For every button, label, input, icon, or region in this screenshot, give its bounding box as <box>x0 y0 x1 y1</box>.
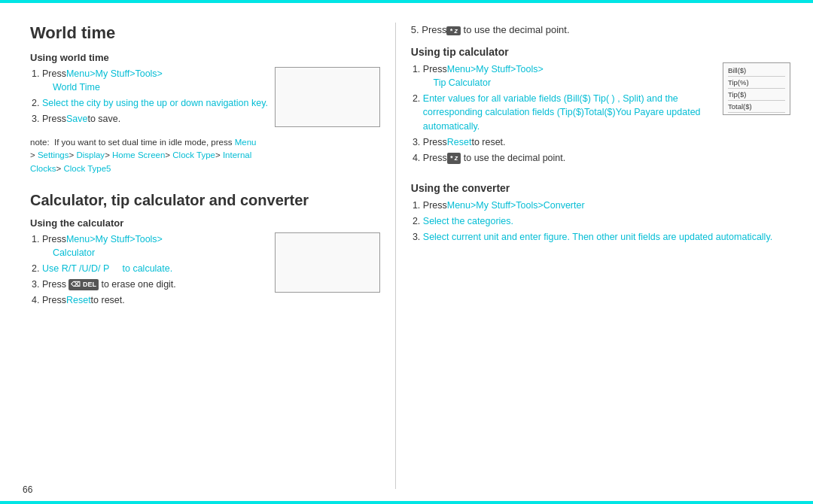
world-time-list: PressMenu>My Stuff>Tools> World Time Sel… <box>42 67 269 126</box>
right-column: 5. Press* z to use the decimal point. Us… <box>395 23 790 489</box>
note-clocktype5: Clock Type5 <box>63 164 111 173</box>
tip-decimal-text: to use the decimal point. <box>461 153 565 163</box>
tip-step1: PressMenu>My Stuff>Tools> Tip Calculator <box>423 62 723 90</box>
calculator-screenshot <box>275 232 380 293</box>
conv-press-label: Press <box>423 200 447 211</box>
conv-step2: Select the categories. <box>423 214 790 228</box>
bill-line: Bill($) <box>728 66 785 77</box>
tip-calc-content: PressMenu>My Stuff>Tools> Tip Calculator… <box>411 62 790 172</box>
tip-calculator-heading: Using tip calculator <box>411 46 790 58</box>
tip-dollar-line: Tip($) <box>728 90 785 101</box>
tip-calc-screenshot: Bill($) Tip(%) Tip($) Total($) <box>723 62 790 115</box>
tip-calc-list: PressMenu>My Stuff>Tools> Tip Calculator… <box>423 62 723 167</box>
press-del-label: Press <box>42 279 66 290</box>
step5-key: * z <box>446 26 461 35</box>
calculator-list: PressMenu>My Stuff>Tools> Calculator Use… <box>42 232 269 308</box>
save-link: Save <box>66 114 88 124</box>
save-suffix: to save. <box>87 114 120 124</box>
note-clocktype: Clock Type <box>172 150 215 159</box>
tip-pct-line: Tip(%) <box>728 78 785 89</box>
world-time-step3: PressSaveto save. <box>42 112 269 126</box>
world-time-title: World time <box>30 23 380 44</box>
note-clocks: Clocks <box>30 164 56 173</box>
tip-press-reset: Press <box>423 137 447 147</box>
tip-press-label: Press <box>423 64 447 74</box>
note-homescreen: Home Screen <box>112 150 165 159</box>
note-settings: Settings <box>38 150 69 159</box>
calc-step2: Use R/T /U/D/ P to calculate. <box>42 262 269 275</box>
note-internal: Internal <box>223 150 251 159</box>
press-save-label: Press <box>42 114 66 124</box>
calculator-title: Calculator, tip calculator and converter <box>30 190 380 210</box>
total-line: Total($) <box>728 102 785 113</box>
main-content: World time Using world time PressMenu>My… <box>0 8 813 504</box>
conv-step1: PressMenu>My Stuff>Tools>Converter <box>423 199 790 212</box>
using-world-time-heading: Using world time <box>30 52 380 63</box>
tip-reset-link: Reset <box>447 137 472 147</box>
calc-step1: PressMenu>My Stuff>Tools> Calculator <box>42 232 269 260</box>
tip-reset-suffix: to reset. <box>471 137 505 147</box>
bottom-line <box>0 501 813 504</box>
tip-enter-text: Enter values for all variable fields (Bi… <box>423 93 678 117</box>
tip-step4: Press* z to use the decimal point. <box>423 151 723 165</box>
tip-press-decimal: Press <box>423 153 447 163</box>
note-display: Display <box>76 150 105 159</box>
calc-reset-link: Reset <box>66 295 91 305</box>
conv-select-text: Select the categories. <box>423 216 513 226</box>
calculator-content: PressMenu>My Stuff>Tools> Calculator Use… <box>30 232 380 312</box>
step5-decimal: 5. Press* z to use the decimal point. <box>411 24 790 35</box>
calc-step3: Press ⌫ DEL to erase one digit. <box>42 278 269 291</box>
converter-list: PressMenu>My Stuff>Tools>Converter Selec… <box>423 199 790 244</box>
press-label: Press <box>42 68 66 79</box>
using-calculator-heading: Using the calculator <box>30 217 380 229</box>
page-number: 66 <box>23 484 32 495</box>
calc-step4: PressResetto reset. <box>42 293 269 307</box>
select-city-text: Select the city by using the up or down … <box>42 98 268 108</box>
tip-step3: PressResetto reset. <box>423 135 723 149</box>
step5-suffix: to use the decimal point. <box>461 24 570 35</box>
world-time-screenshot <box>275 67 380 127</box>
world-time-note: note: If you want to set dual time in id… <box>30 136 380 175</box>
step5-prefix: 5. Press <box>411 24 447 35</box>
page-container: World time Using world time PressMenu>My… <box>0 0 813 504</box>
del-key-icon: ⌫ DEL <box>69 279 99 290</box>
calc-reset-suffix: to reset. <box>91 295 125 305</box>
press-menu-label: Press <box>42 234 66 244</box>
world-time-step1: PressMenu>My Stuff>Tools> World Time <box>42 67 269 94</box>
conv-menu-link: Menu>My Stuff>Tools>Converter <box>447 200 585 211</box>
conv-step3: Select current unit and enter figure. Th… <box>423 230 790 244</box>
top-right-line <box>406 0 813 3</box>
tip-step2: Enter values for all variable fields (Bi… <box>423 92 723 132</box>
note-menu: Menu <box>232 138 256 147</box>
world-time-step2: Select the city by using the up or down … <box>42 96 269 110</box>
erase-text: to erase one digit. <box>101 279 175 290</box>
tip-z-key: * z <box>447 153 461 164</box>
press-reset-label: Press <box>42 295 66 305</box>
world-time-content: PressMenu>My Stuff>Tools> World Time Sel… <box>30 67 380 131</box>
calculator-steps: PressMenu>My Stuff>Tools> Calculator Use… <box>30 232 269 312</box>
converter-heading: Using the converter <box>411 182 790 194</box>
world-time-link: World Time <box>53 82 100 93</box>
calc-use-text: Use R/T /U/D/ P to calculate. <box>42 263 172 274</box>
world-time-steps: PressMenu>My Stuff>Tools> World Time Sel… <box>30 67 269 131</box>
left-column: World time Using world time PressMenu>My… <box>30 23 395 489</box>
conv-unit-text: Select current unit and enter figure. Th… <box>423 232 772 242</box>
